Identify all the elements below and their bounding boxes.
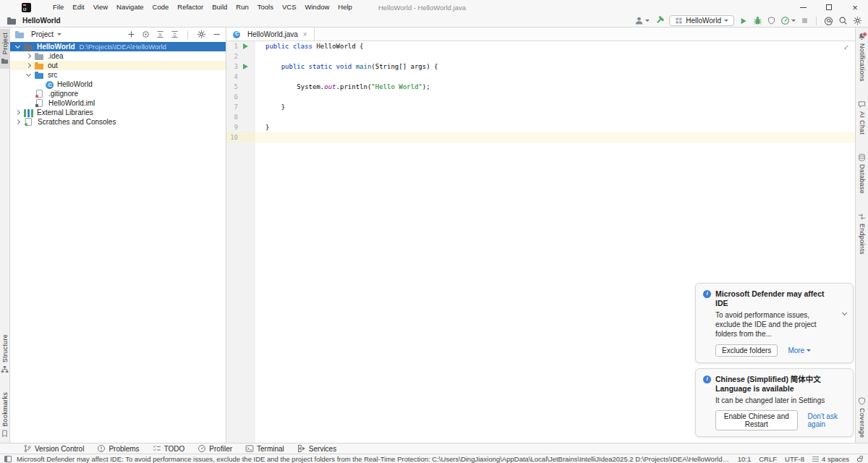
menu-edit[interactable]: Edit: [68, 0, 88, 14]
tool-window-settings-button[interactable]: [197, 30, 206, 39]
toolwindow-button-profiler[interactable]: Profiler: [192, 443, 238, 454]
chevron-collapsed-icon[interactable]: [15, 110, 20, 115]
tree-item-idea[interactable]: .idea: [10, 51, 226, 61]
left-stripe-bottom: StructureBookmarks: [0, 331, 9, 441]
code-line[interactable]: 6: [226, 92, 855, 102]
run-configuration-selector[interactable]: HelloWorld: [669, 15, 734, 26]
menu-file[interactable]: File: [48, 0, 68, 14]
indent-widget[interactable]: 4 spaces: [812, 455, 849, 463]
profile-button[interactable]: [780, 16, 796, 25]
stripe-tab-project[interactable]: Project: [0, 29, 9, 69]
run-line-icon[interactable]: [243, 64, 248, 69]
toolbar-separator: [187, 30, 188, 39]
todo-icon: [153, 444, 161, 453]
exclude-folders-button[interactable]: Exclude folders: [715, 344, 778, 357]
chevron-collapsed-icon[interactable]: [26, 54, 31, 59]
tree-item-scratches-and-consoles[interactable]: Scratches and Consoles: [10, 117, 226, 127]
tree-item-helloworld[interactable]: HelloWorld: [10, 80, 226, 89]
menu-navigate[interactable]: Navigate: [112, 0, 148, 14]
menu-code[interactable]: Code: [148, 0, 174, 14]
toolwindow-button-services[interactable]: Services: [292, 443, 342, 454]
menu-tools[interactable]: Tools: [253, 0, 278, 14]
debug-button[interactable]: [753, 16, 762, 25]
stripe-tab-coverage[interactable]: Coverage: [857, 394, 867, 441]
unlock-icon[interactable]: [857, 458, 862, 462]
menu-refactor[interactable]: Refactor: [173, 0, 208, 14]
chevron-collapsed-icon[interactable]: [26, 63, 31, 68]
minimize-button[interactable]: [790, 0, 816, 14]
stop-icon: [801, 17, 809, 25]
encoding-widget[interactable]: UTF-8: [785, 455, 804, 463]
code-line[interactable]: 7 }: [226, 102, 855, 112]
code-line[interactable]: 2: [226, 51, 855, 61]
code-with-me-button[interactable]: [634, 16, 650, 25]
expand-all-button[interactable]: [171, 30, 179, 38]
toolwindow-button-terminal[interactable]: Terminal: [239, 443, 290, 454]
editor-tab-helloworld-java[interactable]: HelloWorld.java ×: [226, 27, 315, 41]
code-line[interactable]: 5 System.out.println("Hello World");: [226, 82, 855, 92]
stripe-tab-structure[interactable]: Structure: [0, 331, 9, 377]
run-button[interactable]: [739, 17, 748, 25]
breadcrumb[interactable]: HelloWorld: [7, 17, 61, 25]
project-panel-toolbar: [127, 30, 221, 39]
menu-build[interactable]: Build: [208, 0, 231, 14]
tree-item-helloworld-iml[interactable]: HelloWorld.iml: [10, 98, 226, 108]
run-with-coverage-icon: [767, 17, 775, 25]
tree-item-out[interactable]: out: [10, 61, 226, 70]
build-project-button[interactable]: [655, 16, 664, 25]
ai-assistant-button[interactable]: [824, 16, 833, 25]
code-line[interactable]: 8: [226, 112, 855, 122]
toolwindow-button-problems[interactable]: Problems: [91, 443, 145, 454]
chevron-collapsed-icon[interactable]: [15, 119, 20, 124]
maximize-button[interactable]: [816, 0, 842, 14]
tree-item-gitignore[interactable]: .gitignore: [10, 89, 226, 98]
menu-help[interactable]: Help: [333, 0, 357, 14]
menu-run[interactable]: Run: [231, 0, 252, 14]
close-button[interactable]: ×: [842, 0, 868, 14]
menu-vcs[interactable]: VCS: [278, 0, 301, 14]
inspections-ok-icon[interactable]: ✓: [843, 43, 848, 52]
editor-gutter: 3: [226, 61, 255, 72]
add-button[interactable]: [127, 30, 135, 38]
tab-close-icon[interactable]: ×: [303, 30, 307, 38]
editor-gutter: 1: [226, 41, 255, 51]
stripe-tab-endpoints[interactable]: Endpoints: [857, 209, 867, 258]
select-opened-file-button[interactable]: [142, 30, 150, 38]
run-line-icon[interactable]: [243, 43, 248, 49]
code-line[interactable]: 3 public static void main(String[] args)…: [226, 61, 855, 72]
stop-button[interactable]: [801, 17, 809, 25]
code-line[interactable]: 1public class HelloWorld {: [226, 41, 855, 51]
more-link[interactable]: More: [788, 347, 811, 354]
code-line[interactable]: 4: [226, 72, 855, 82]
chevron-expanded-icon[interactable]: [26, 72, 31, 77]
stripe-tab-bookmarks[interactable]: Bookmarks: [0, 388, 9, 441]
settings-button[interactable]: [853, 16, 862, 25]
run-with-coverage-button[interactable]: [767, 17, 775, 25]
toolwindow-button-todo[interactable]: TODO: [147, 443, 191, 454]
toolwindow-button-version-control[interactable]: Version Control: [17, 443, 90, 454]
search-everywhere-button[interactable]: [838, 16, 848, 25]
stripe-tab-notifications[interactable]: Notifications: [857, 29, 867, 85]
line-separator-widget[interactable]: CRLF: [759, 455, 777, 463]
enable-chinese-and-restart-button[interactable]: Enable Chinese and Restart: [715, 410, 798, 430]
caret-position-widget[interactable]: 10:1: [738, 455, 752, 463]
menu-window[interactable]: Window: [301, 0, 334, 14]
stripe-tab-ai-chat[interactable]: AI Chat: [857, 97, 867, 138]
stripe-tab-database[interactable]: Database: [857, 150, 867, 197]
tree-item-helloworld[interactable]: HelloWorldD:\Projects\IDEA\HelloWorld: [10, 42, 226, 51]
chevron-expanded-icon[interactable]: [15, 43, 20, 48]
menu-view[interactable]: View: [89, 0, 112, 14]
code-line[interactable]: 10: [226, 132, 855, 143]
notifications-icon: [858, 33, 866, 41]
collapse-notification-button[interactable]: [843, 308, 846, 316]
code-line[interactable]: 9}: [226, 122, 855, 132]
hide-tool-window-button[interactable]: [213, 30, 221, 38]
stripe-tab-label: Endpoints: [859, 224, 866, 255]
tree-item-src[interactable]: src: [10, 70, 226, 80]
don-t-ask-again-link[interactable]: Don't ask again: [808, 412, 846, 428]
toolwindow-toggle-icon[interactable]: [4, 456, 12, 462]
collapse-all-button[interactable]: [156, 30, 164, 38]
left-tool-stripe: Project StructureBookmarks: [0, 27, 10, 443]
project-view-selector[interactable]: Project: [31, 30, 54, 38]
tree-item-external-libraries[interactable]: External Libraries: [10, 108, 226, 117]
